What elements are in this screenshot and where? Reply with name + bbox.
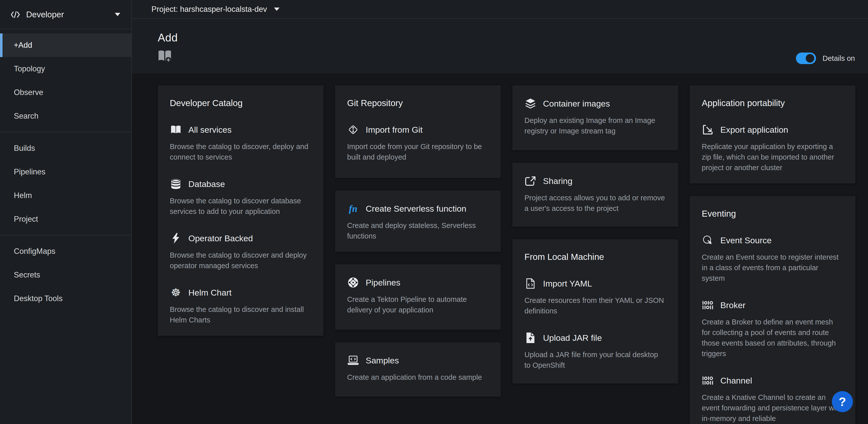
item-title[interactable]: Channel (720, 376, 752, 386)
add-item-samples[interactable]: Samples Create an application from a cod… (347, 355, 489, 383)
item-title[interactable]: Broker (720, 300, 745, 310)
sidebar-item-project[interactable]: Project (0, 207, 131, 231)
item-title[interactable]: Helm Chart (188, 288, 231, 298)
code-icon (10, 11, 20, 18)
page-title: Add (158, 19, 868, 44)
item-description: Create a Knative Channel to create an ev… (702, 392, 843, 424)
card-column: Application portability Export applicati… (690, 85, 856, 424)
card-pipelines: Pipelines Create a Tekton Pipeline to au… (335, 264, 501, 330)
item-description: Browse the catalog to discover and deplo… (170, 250, 311, 271)
details-toggle-switch[interactable] (796, 53, 816, 64)
project-selector[interactable]: Project: harshcasper-localsta-dev (151, 5, 280, 14)
page-header: Add Details on (132, 19, 868, 74)
add-item-broker[interactable]: Broker Create a Broker to define an even… (702, 300, 843, 359)
item-description: Browse the catalog to discover and insta… (170, 304, 311, 325)
add-item-create-serverless-function[interactable]: fn Create Serverless function Create and… (347, 203, 489, 241)
card-application-portability: Application portability Export applicati… (690, 85, 856, 183)
serverless-fn-icon: fn (347, 203, 359, 214)
add-item-pipelines[interactable]: Pipelines Create a Tekton Pipeline to au… (347, 277, 489, 315)
database-icon (170, 179, 182, 189)
add-item-export-application[interactable]: Export application Replicate your applic… (702, 124, 843, 173)
item-description: Upload a JAR file from your local deskto… (524, 349, 666, 370)
help-button[interactable]: ? (832, 391, 853, 412)
card-column: Git Repository Import from Git Import co… (335, 85, 501, 424)
layers-icon (524, 98, 536, 109)
card-samples: Samples Create an application from a cod… (335, 342, 501, 397)
app-window: Developer +Add Topology Observe Search B… (0, 0, 868, 424)
chevron-down-icon (274, 7, 280, 11)
laptop-code-icon (347, 356, 359, 365)
item-title[interactable]: Upload JAR file (543, 333, 602, 343)
item-title[interactable]: Container images (543, 99, 610, 109)
card-title: Developer Catalog (170, 98, 311, 108)
item-description: Create an Event source to register inter… (702, 252, 843, 283)
git-icon (347, 125, 359, 135)
item-description: Create and deploy stateless, Serverless … (347, 220, 489, 241)
sidebar: Developer +Add Topology Observe Search B… (0, 0, 132, 424)
card-eventing: Eventing Event Source Create an Event so… (690, 196, 856, 424)
sidebar-item-observe[interactable]: Observe (0, 81, 131, 104)
add-item-sharing[interactable]: Sharing Project access allows you to add… (524, 175, 666, 214)
add-item-all-services[interactable]: All services Browse the catalog to disco… (170, 124, 311, 162)
add-item-channel[interactable]: Channel Create a Knative Channel to crea… (702, 375, 843, 424)
sidebar-item-add[interactable]: +Add (0, 33, 131, 57)
item-title[interactable]: Import YAML (543, 279, 592, 288)
item-title[interactable]: Event Source (720, 235, 772, 245)
lightning-bolt-icon (170, 233, 182, 244)
add-item-import-from-git[interactable]: Import from Git Import code from your Gi… (347, 124, 489, 162)
item-title[interactable]: All services (188, 125, 231, 135)
chevron-down-icon (115, 13, 120, 16)
binary-broker-icon (702, 301, 714, 310)
add-item-import-yaml[interactable]: Import YAML Create resources from their … (524, 278, 666, 316)
sidebar-item-builds[interactable]: Builds (0, 137, 131, 160)
add-item-operator-backed[interactable]: Operator Backed Browse the catalog to di… (170, 233, 311, 271)
tekton-pipeline-icon (347, 277, 359, 288)
open-book-plus-icon[interactable] (158, 50, 172, 63)
add-item-container-images[interactable]: Container images Deploy an existing Imag… (524, 98, 666, 136)
sidebar-item-configmaps[interactable]: ConfigMaps (0, 239, 131, 263)
export-icon (702, 124, 714, 135)
sidebar-item-pipelines[interactable]: Pipelines (0, 160, 131, 184)
binary-channel-icon (702, 376, 714, 385)
open-book-icon (170, 125, 182, 134)
file-upload-icon (524, 333, 536, 343)
item-description: Import code from your Git repository to … (347, 141, 489, 162)
add-page-content: Developer Catalog All services Browse th… (132, 74, 868, 424)
card-developer-catalog: Developer Catalog All services Browse th… (158, 85, 323, 336)
card-sharing: Sharing Project access allows you to add… (513, 163, 678, 227)
add-item-database[interactable]: Database Browse the catalog to discover … (170, 178, 311, 217)
file-code-icon (524, 278, 536, 289)
item-title[interactable]: Import from Git (366, 125, 423, 135)
perspective-label: Developer (26, 10, 64, 19)
item-title[interactable]: Operator Backed (188, 233, 253, 243)
sidebar-item-secrets[interactable]: Secrets (0, 263, 131, 287)
card-column: Container images Deploy an existing Imag… (513, 85, 678, 424)
event-source-icon (702, 235, 714, 246)
add-item-helm-chart[interactable]: ☸ Helm Chart Browse the catalog to disco… (170, 287, 311, 325)
project-bar: Project: harshcasper-localsta-dev (132, 0, 868, 19)
project-selector-label: Project: harshcasper-localsta-dev (151, 5, 267, 14)
item-title[interactable]: Export application (720, 125, 788, 135)
item-description: Create a Broker to define an event mesh … (702, 317, 843, 359)
item-title[interactable]: Create Serverless function (366, 204, 466, 214)
card-title: Git Repository (347, 98, 489, 108)
toggle-knob (806, 54, 814, 63)
sidebar-item-topology[interactable]: Topology (0, 57, 131, 81)
card-container-images: Container images Deploy an existing Imag… (513, 85, 678, 150)
item-title[interactable]: Pipelines (366, 278, 400, 287)
item-title[interactable]: Sharing (543, 176, 572, 186)
add-item-upload-jar-file[interactable]: Upload JAR file Upload a JAR file from y… (524, 332, 666, 370)
item-title[interactable]: Samples (366, 356, 399, 365)
card-title: Application portability (702, 98, 843, 108)
item-title[interactable]: Database (188, 179, 225, 189)
item-description: Create an application from a code sample (347, 372, 489, 383)
perspective-switcher[interactable]: Developer (0, 0, 131, 29)
sidebar-item-search[interactable]: Search (0, 104, 131, 128)
card-title: From Local Machine (524, 252, 666, 262)
card-title: Eventing (702, 208, 843, 219)
sidebar-item-desktop-tools[interactable]: Desktop Tools (0, 287, 131, 310)
item-description: Create a Tekton Pipeline to automate del… (347, 294, 489, 315)
add-item-event-source[interactable]: Event Source Create an Event source to r… (702, 235, 843, 283)
sidebar-item-helm[interactable]: Helm (0, 184, 131, 207)
item-description: Deploy an existing Image from an Image r… (524, 115, 666, 136)
